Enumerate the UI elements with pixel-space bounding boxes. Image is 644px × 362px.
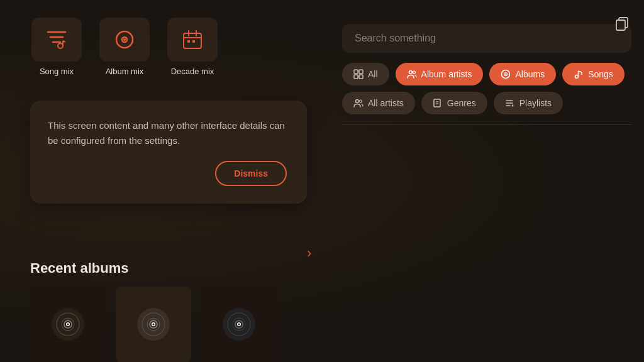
decade-mix-icon (180, 27, 205, 52)
svg-rect-31 (616, 20, 625, 30)
album-thumb-2[interactable] (116, 287, 191, 362)
filter-chips: All Album artists Albums (342, 63, 631, 114)
chip-songs[interactable]: Songs (562, 63, 625, 85)
chip-playlists[interactable]: Playlists (494, 92, 563, 114)
svg-point-29 (238, 324, 240, 326)
chip-genres-label: Genres (447, 98, 476, 108)
svg-rect-11 (192, 40, 195, 43)
song-mix-icon (44, 27, 69, 52)
dismiss-button[interactable]: Dismiss (215, 161, 287, 186)
people-icon-2 (353, 98, 364, 108)
copy-icon-svg (614, 15, 631, 33)
album-mix-icon-box (99, 18, 150, 62)
svg-rect-34 (354, 75, 358, 79)
svg-point-5 (123, 38, 126, 41)
album-vinyl-3 (220, 305, 258, 343)
album-thumbnails (30, 287, 277, 362)
music-note-icon (574, 69, 584, 79)
grid-icon (353, 69, 364, 79)
right-panel: All Album artists Albums (342, 18, 631, 125)
search-input[interactable] (342, 24, 631, 53)
decade-mix-card[interactable]: Decade mix (167, 18, 218, 76)
recent-albums-title: Recent albums (30, 260, 129, 277)
svg-point-36 (409, 71, 412, 74)
album-mix-icon (112, 27, 137, 52)
chip-all-label: All (368, 69, 378, 79)
chip-songs-label: Songs (588, 69, 613, 79)
chip-all-artists[interactable]: All artists (342, 92, 415, 114)
song-mix-card[interactable]: Song mix (31, 18, 82, 76)
album-thumb-3[interactable] (201, 287, 277, 362)
svg-point-17 (67, 324, 69, 326)
panel-divider (342, 124, 631, 125)
mix-cards-container: Song mix Album mix Decade mix (31, 18, 218, 76)
info-box: This screen content and many other inter… (30, 101, 307, 204)
svg-rect-10 (187, 40, 190, 43)
album-mix-card[interactable]: Album mix (99, 18, 150, 76)
svg-point-0 (58, 43, 63, 48)
vinyl-icon (501, 69, 511, 79)
chip-albums[interactable]: Albums (489, 63, 556, 85)
svg-rect-33 (359, 70, 363, 74)
svg-line-43 (579, 71, 582, 72)
chip-all-artists-label: All artists (368, 98, 404, 108)
info-box-text: This screen content and many other inter… (48, 118, 287, 148)
chip-playlists-label: Playlists (519, 98, 552, 108)
decade-mix-label: Decade mix (171, 67, 214, 76)
svg-rect-32 (354, 70, 358, 74)
song-mix-label: Song mix (40, 67, 74, 76)
svg-rect-47 (434, 99, 440, 107)
svg-point-40 (505, 74, 506, 75)
chip-album-artists-label: Album artists (421, 69, 472, 79)
decade-mix-icon-box (167, 18, 218, 62)
people-icon-1 (407, 69, 417, 79)
chip-genres[interactable]: Genres (421, 92, 487, 114)
album-thumb-1[interactable] (30, 287, 106, 362)
svg-point-23 (153, 324, 155, 326)
album-vinyl-2 (135, 305, 172, 343)
book-icon (433, 98, 443, 108)
svg-point-37 (413, 71, 415, 74)
chevron-right-icon[interactable]: › (307, 245, 311, 261)
album-vinyl-1 (49, 305, 87, 343)
svg-point-46 (360, 100, 362, 102)
svg-rect-35 (359, 75, 363, 79)
search-container (342, 24, 631, 63)
copy-window-icon[interactable] (614, 15, 631, 35)
song-mix-icon-box (31, 18, 82, 62)
chip-all[interactable]: All (342, 63, 389, 85)
playlist-icon (505, 98, 515, 108)
album-mix-label: Album mix (106, 67, 144, 76)
svg-point-45 (356, 100, 359, 103)
chip-albums-label: Albums (515, 69, 545, 79)
chip-album-artists[interactable]: Album artists (396, 63, 484, 85)
